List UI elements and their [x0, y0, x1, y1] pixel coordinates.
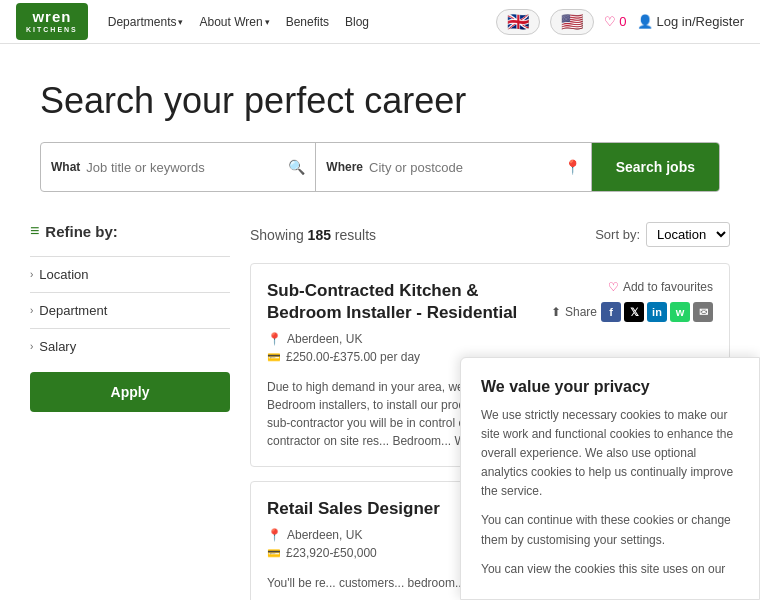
job-location: 📍 Aberdeen, UK [267, 332, 535, 346]
email-share-icon[interactable]: ✉ [693, 302, 713, 322]
filter-icon: ≡ [30, 222, 39, 240]
heart-icon: ♡ [604, 14, 616, 29]
logo-bottom: KITCHENS [26, 26, 78, 34]
share-icon: ⬆ [551, 305, 561, 319]
user-icon: 👤 [637, 14, 653, 29]
flag-us-button[interactable]: 🇺🇸 [550, 9, 594, 35]
filter-department[interactable]: › Department [30, 292, 230, 328]
social-icons: f 𝕏 in w ✉ [601, 302, 713, 322]
sort-by: Sort by: Location Date Salary [595, 222, 730, 247]
location-pin-icon: 📍 [267, 528, 282, 542]
facebook-share-icon[interactable]: f [601, 302, 621, 322]
chevron-down-icon: ▾ [178, 17, 183, 27]
location-icon: 📍 [564, 159, 581, 175]
cookie-para2: You can continue with these cookies or c… [481, 511, 739, 549]
what-field: What 🔍 [41, 143, 316, 191]
sort-select[interactable]: Location Date Salary [646, 222, 730, 247]
chevron-down-icon: ▾ [265, 17, 270, 27]
nav-departments[interactable]: Departments ▾ [108, 15, 184, 29]
location-input[interactable] [369, 160, 564, 175]
favourites-count[interactable]: ♡ 0 [604, 14, 626, 29]
header-right: 🇬🇧 🇺🇸 ♡ 0 👤 Log in/Register [496, 9, 744, 35]
main-nav: Departments ▾ About Wren ▾ Benefits Blog [108, 15, 497, 29]
nav-benefits[interactable]: Benefits [286, 15, 329, 29]
results-count: Showing 185 results [250, 227, 376, 243]
cookie-title: We value your privacy [481, 378, 739, 396]
search-input[interactable] [86, 160, 288, 175]
chevron-right-icon: › [30, 341, 33, 352]
hero-title: Search your perfect career [40, 80, 720, 122]
refine-label: Refine by: [45, 223, 118, 240]
count-number: 185 [308, 227, 331, 243]
where-label: Where [326, 160, 363, 174]
location-pin-icon: 📍 [267, 332, 282, 346]
nav-blog[interactable]: Blog [345, 15, 369, 29]
cookie-para1: We use strictly necessary cookies to mak… [481, 406, 739, 502]
salary-icon: 💳 [267, 351, 281, 364]
job-title: Sub-Contracted Kitchen & Bedroom Install… [267, 280, 535, 324]
filter-location[interactable]: › Location [30, 256, 230, 292]
logo-top: wren [32, 9, 71, 26]
header: wren KITCHENS Departments ▾ About Wren ▾… [0, 0, 760, 44]
salary-icon: 💳 [267, 547, 281, 560]
sidebar: ≡ Refine by: › Location › Department › S… [30, 222, 230, 600]
us-flag-icon: 🇺🇸 [561, 11, 583, 33]
add-to-favourites-button[interactable]: ♡ Add to favourites [608, 280, 713, 294]
heart-icon: ♡ [608, 280, 619, 294]
whatsapp-share-icon[interactable]: w [670, 302, 690, 322]
search-icon: 🔍 [288, 159, 305, 175]
what-label: What [51, 160, 80, 174]
cookie-banner: We value your privacy We use strictly ne… [460, 357, 760, 601]
flag-uk-button[interactable]: 🇬🇧 [496, 9, 540, 35]
refine-header: ≡ Refine by: [30, 222, 230, 240]
chevron-right-icon: › [30, 269, 33, 280]
apply-button[interactable]: Apply [30, 372, 230, 412]
chevron-right-icon: › [30, 305, 33, 316]
cookie-para3: You can view the cookies this site uses … [481, 560, 739, 579]
uk-flag-icon: 🇬🇧 [507, 11, 529, 33]
linkedin-share-icon[interactable]: in [647, 302, 667, 322]
search-bar: What 🔍 Where 📍 Search jobs [40, 142, 720, 192]
filter-salary[interactable]: › Salary [30, 328, 230, 364]
share-row: ⬆ Share f 𝕏 in w ✉ [551, 302, 713, 322]
login-register-button[interactable]: 👤 Log in/Register [637, 14, 744, 29]
results-header: Showing 185 results Sort by: Location Da… [250, 222, 730, 247]
logo[interactable]: wren KITCHENS [16, 3, 88, 39]
hero-section: Search your perfect career [0, 44, 760, 142]
nav-about-wren[interactable]: About Wren ▾ [199, 15, 269, 29]
page-wrapper: wren KITCHENS Departments ▾ About Wren ▾… [0, 0, 760, 600]
where-field: Where 📍 [316, 143, 591, 191]
twitter-share-icon[interactable]: 𝕏 [624, 302, 644, 322]
search-jobs-button[interactable]: Search jobs [592, 143, 719, 191]
